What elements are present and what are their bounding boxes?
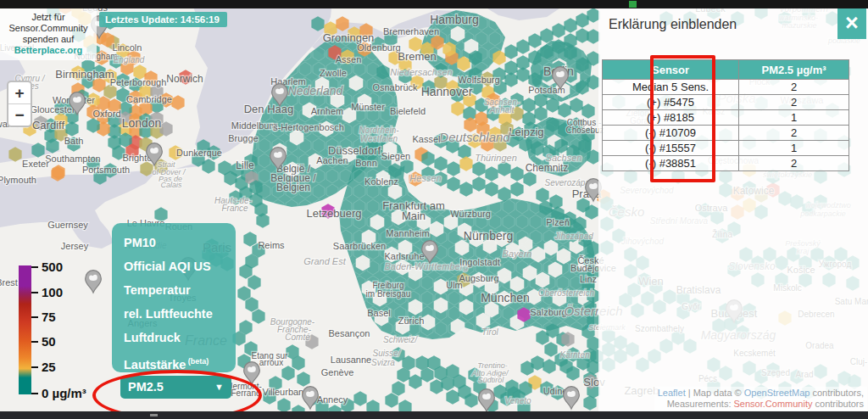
scale-tick-label: 25 <box>42 360 56 374</box>
map-label: Bremerhaven <box>383 26 439 36</box>
map-label: Bonn <box>355 158 377 168</box>
map-label: Hamburg <box>430 13 479 26</box>
scale-tick-label: 500 <box>42 260 63 274</box>
table-row: Median 5 Sens.2 <box>603 80 849 95</box>
top-bar <box>0 0 868 8</box>
map-label: Basel <box>367 308 391 318</box>
map-label: Calais <box>160 181 182 189</box>
map-label: Koblenz <box>364 176 398 187</box>
scale-tick <box>31 266 38 268</box>
app: LeedsHullLiverpoolNottinghamLincolnEngla… <box>0 0 868 419</box>
map-label: Hannover <box>421 85 473 98</box>
map-label: Augsburg <box>459 273 498 283</box>
map-label: Lincoln <box>113 42 142 53</box>
map-label: im Breisgau <box>366 289 411 299</box>
map-label: Letzebuerg <box>306 207 361 220</box>
map-attribution: Leaflet | Map data © OpenStreetMap contr… <box>654 387 867 411</box>
panel-title: Erklärung einblenden <box>609 17 737 32</box>
map-label: Main <box>402 210 426 222</box>
map-label: Portsmouth <box>82 165 130 175</box>
map-label: Nederland <box>288 84 344 98</box>
map-label: arroux <box>259 358 283 367</box>
map-label: Southampton <box>45 154 100 164</box>
value-cell: 2 <box>739 80 849 95</box>
map-label: Genève <box>321 367 354 377</box>
map-label: Dunkerque <box>176 148 222 158</box>
layer-menu-item-rel-luftfeuchte[interactable]: rel. Luftfeuchte <box>124 302 236 326</box>
map-label: Plymouth <box>0 175 36 185</box>
map-label: Plzeň <box>546 217 570 227</box>
map-label: Exeter <box>22 159 49 169</box>
layer-menu-item-temperatur[interactable]: Temperatur <box>124 278 236 302</box>
map-label: Besançon <box>329 328 370 338</box>
value-cell: 2 <box>739 95 849 110</box>
map-label: Siegen <box>381 151 410 161</box>
table-row: (-) #155571 <box>603 141 849 156</box>
map-label: Den Haag <box>244 103 294 115</box>
map-label: Brest <box>0 277 18 288</box>
value-cell: 2 <box>739 126 849 141</box>
map-label: Middelburg <box>231 120 277 131</box>
table-header-value: PM2.5 µg/m³ <box>739 60 849 80</box>
donation-line: Jetzt für <box>2 12 95 23</box>
scale-tick-label: 50 <box>42 334 56 349</box>
map-label: Kärnten <box>559 350 589 360</box>
map-label: Lausanne <box>331 355 371 365</box>
scale-tick <box>31 316 38 318</box>
map-label: Zwolle <box>320 68 347 78</box>
status-dot <box>629 1 637 8</box>
map-label: Würzburg <box>450 209 491 219</box>
map-label: Svizra <box>371 358 395 367</box>
map-label: Oberösterreich <box>538 288 595 298</box>
map-label: Annecy <box>317 394 348 405</box>
map-label: England <box>114 55 145 64</box>
map-label: Aachen <box>316 155 348 165</box>
map-label: Westfalen <box>360 134 398 143</box>
map-label: Gloucester <box>30 104 75 115</box>
map-label: Wolfsburg <box>458 75 499 85</box>
scale-tick <box>31 393 38 394</box>
leaflet-link[interactable]: Leaflet <box>658 388 686 398</box>
bottom-bar <box>0 411 868 419</box>
layer-menu-item-luftdruck[interactable]: Luftdruck <box>124 326 236 349</box>
zoom-in-button[interactable]: + <box>8 82 31 104</box>
map-label: Hessen <box>409 173 441 183</box>
map-label: Baden-Württemberg <box>384 261 469 271</box>
table-row: (+) #54752 <box>603 95 849 110</box>
map-label: Brugge <box>228 133 258 143</box>
map-label: Norwich <box>166 73 203 85</box>
scale-tick <box>31 292 38 293</box>
layer-menu: PM10Official AQI USTemperaturrel. Luftfe… <box>112 223 236 372</box>
layer-menu-item-pm10[interactable]: PM10 <box>124 231 236 254</box>
map-label: Assen <box>336 54 362 64</box>
scale-tick <box>31 341 38 343</box>
map-label: Münster <box>351 102 385 112</box>
map-label: Leipzig <box>509 126 543 138</box>
zoom-out-button[interactable]: − <box>8 104 31 126</box>
map-label: Suisse/ <box>373 349 402 358</box>
map-label: Oldenburg <box>357 42 400 53</box>
zoom-control: + − <box>7 81 32 127</box>
donation-box: Jetzt für Sensor.Community spenden auf B… <box>0 8 97 60</box>
sensor-community-link[interactable]: Sensor.Community <box>734 399 813 409</box>
betterplace-link[interactable]: Betterplace.org <box>2 45 95 56</box>
layer-menu-item-official-aqi-us[interactable]: Official AQI US <box>124 254 236 278</box>
map-label: Jihozápad <box>554 232 593 241</box>
table-row: (+) #81851 <box>603 110 849 126</box>
scale-tick-label: 100 <box>42 285 63 299</box>
map-label: Peterborough <box>110 77 167 87</box>
value-cell: 1 <box>739 110 849 126</box>
map-label: Tirol <box>481 327 498 337</box>
map-label: Bremen <box>398 50 437 63</box>
table-row: (-) #388512 <box>603 156 849 171</box>
table-row: (-) #107092 <box>603 126 849 141</box>
map-label: Bayern <box>503 249 532 259</box>
annotation-rectangle <box>650 55 715 182</box>
map-label: Arnhem <box>311 106 344 116</box>
osm-link[interactable]: OpenStreetMap <box>744 388 810 398</box>
donation-line: Sensor.Community <box>2 23 95 34</box>
map-label: Karlsruhe <box>384 251 424 261</box>
map-label: Deutschland <box>439 130 510 144</box>
scale-tick <box>31 366 38 368</box>
close-button[interactable]: × <box>837 8 866 39</box>
